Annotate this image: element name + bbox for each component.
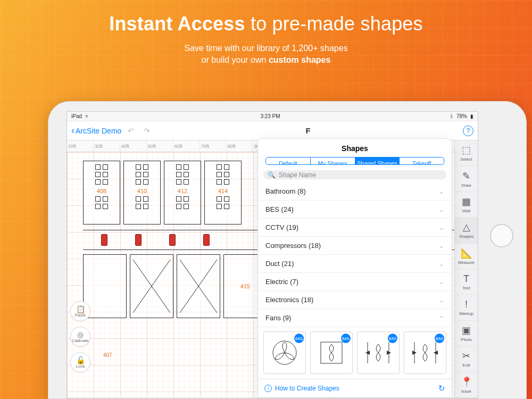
hero-subtitle: Save time with our library of 1,200+ sha…: [0, 43, 532, 65]
room-number: 415: [240, 283, 250, 289]
edit-tool[interactable]: ✂Edit: [455, 346, 478, 372]
hero-title: Instant Access to pre-made shapes: [0, 13, 532, 35]
ruler-tick: 70ft: [200, 140, 227, 152]
bas-badge: BAS: [388, 334, 397, 343]
info-icon: i: [264, 385, 272, 392]
ruler-tick: 80ft: [227, 140, 253, 152]
photo-icon: ▣: [462, 325, 471, 336]
category-label: Electric (7): [265, 278, 298, 286]
tab-takeoff[interactable]: Takeoff: [400, 157, 444, 164]
draw-tool[interactable]: ✎Draw: [455, 166, 478, 192]
ruler-tick: 50ft: [147, 140, 173, 152]
ruler-tick: 60ft: [173, 140, 200, 152]
markup-tool[interactable]: !Markup: [455, 295, 478, 320]
hero-sub-line2b: custom shapes: [269, 55, 330, 64]
shapes-tool[interactable]: △Shapes: [455, 218, 478, 243]
chevron-down-icon: ⌄: [439, 206, 444, 213]
chevron-down-icon: ⌄: [439, 224, 444, 231]
category-row[interactable]: Electronics (18)⌄: [258, 291, 452, 309]
segmented-control[interactable]: DefaultMy ShapesShared ShapesTakeoff: [265, 157, 444, 165]
room-unit: 410: [123, 161, 161, 225]
battery-percent: 78%: [456, 113, 467, 119]
battery-icon: ▮: [470, 113, 473, 119]
shapes-panel: Shapes DefaultMy ShapesShared ShapesTake…: [257, 138, 452, 398]
chevron-down-icon: ⌄: [439, 188, 444, 195]
left-toolbar: 📋Paste◎Calibrate🔓Lock: [70, 301, 90, 372]
category-label: Bathroom (8): [265, 187, 306, 195]
wifi-icon: ᯤ: [85, 113, 90, 119]
ipad-home-button[interactable]: [490, 224, 513, 247]
hero-title-rest: to pre-made shapes: [245, 13, 423, 35]
redo-button[interactable]: ↷: [140, 124, 153, 137]
bas-badge: BAS: [435, 334, 444, 343]
issue-tool[interactable]: 📍Issue: [455, 372, 478, 398]
category-row[interactable]: CCTV (19)⌄: [258, 219, 452, 237]
panel-title: Shapes: [258, 139, 452, 157]
category-row[interactable]: Duct (21)⌄: [258, 255, 452, 273]
extinguisher-icon: [169, 234, 176, 246]
status-bar: iPad ᯤ 3:23 PM ᛒ 78% ▮: [67, 112, 478, 121]
room-unit: 412: [164, 161, 201, 225]
room-unit: 408: [83, 161, 120, 225]
screen: iPad ᯤ 3:23 PM ᛒ 78% ▮ ‹ ArcSite Demo ↶ …: [66, 111, 478, 398]
reload-button[interactable]: ↻: [438, 384, 445, 393]
help-button[interactable]: ?: [463, 126, 473, 136]
tab-shared-shapes[interactable]: Shared Shapes: [355, 157, 400, 164]
category-row[interactable]: BES (24)⌄: [258, 201, 452, 219]
category-label: Electronics (18): [265, 296, 313, 304]
ruler-tick: 20ft: [67, 140, 94, 152]
category-row[interactable]: Bathroom (8)⌄: [258, 182, 452, 201]
calibrate-button[interactable]: ◎Calibrate: [70, 327, 90, 347]
text-tool[interactable]: TText: [455, 269, 478, 295]
category-row[interactable]: Fans (9)⌄: [258, 309, 452, 327]
shape-thumbnail[interactable]: BAS: [310, 331, 353, 374]
lock-button[interactable]: 🔓Lock: [70, 352, 90, 372]
search-placeholder: Shape Name: [279, 171, 316, 179]
tab-my-shapes[interactable]: My Shapes: [311, 157, 355, 164]
tool-label: Lock: [76, 364, 85, 369]
wall-tool[interactable]: ▦Wall: [455, 192, 478, 218]
hero-sub-line2a: or build your own: [202, 55, 269, 64]
hero-title-bold: Instant Access: [109, 13, 245, 35]
ipad-frame: iPad ᯤ 3:23 PM ᛒ 78% ▮ ‹ ArcSite Demo ↶ …: [48, 101, 527, 399]
chevron-down-icon: ⌄: [439, 314, 444, 322]
paste-icon: 📋: [76, 305, 85, 313]
hero-sub-line1: Save time with our library of 1,200+ sha…: [184, 44, 347, 53]
select-tool[interactable]: ⬚Select: [455, 140, 478, 166]
paste-button[interactable]: 📋Paste: [70, 301, 90, 321]
calibrate-icon: ◎: [77, 331, 84, 338]
ruler-tick: 40ft: [120, 140, 147, 152]
shape-thumbnail[interactable]: BAS: [263, 331, 306, 374]
shape-thumbnail[interactable]: BAS: [357, 331, 400, 374]
room-unit: 414: [204, 161, 242, 225]
doc-title: F: [306, 126, 311, 135]
bas-badge: BAS: [341, 334, 351, 343]
chevron-down-icon: ⌄: [439, 296, 444, 304]
tool-label: Draw: [461, 183, 471, 188]
tool-label: Shapes: [459, 234, 473, 239]
room-x: [130, 254, 173, 318]
search-input[interactable]: 🔍 Shape Name: [263, 170, 446, 179]
tab-default[interactable]: Default: [266, 157, 311, 164]
shape-thumbnails: BASBASBASBAS: [258, 327, 452, 379]
tool-label: Measure: [458, 260, 475, 265]
category-row[interactable]: Compressors (18)⌄: [258, 237, 452, 255]
category-label: BES (24): [265, 205, 294, 213]
back-button[interactable]: ‹ ArcSite Demo: [71, 125, 121, 136]
extinguisher-icon: [135, 234, 142, 246]
how-to-link[interactable]: How to Create Shapes: [275, 385, 339, 392]
room-number: 407: [103, 352, 112, 358]
room-x: [177, 254, 220, 318]
photo-tool[interactable]: ▣Photo: [455, 321, 478, 346]
undo-button[interactable]: ↶: [124, 124, 137, 137]
tool-label: Markup: [459, 311, 473, 316]
tool-label: Calibrate: [72, 338, 89, 343]
shape-thumbnail[interactable]: BAS: [404, 331, 446, 374]
bas-badge: BAS: [294, 334, 304, 343]
wall-icon: ▦: [462, 196, 471, 207]
chevron-left-icon: ‹: [71, 125, 74, 136]
measure-tool[interactable]: 📐Measure: [455, 244, 478, 269]
room-number: 408: [97, 188, 106, 194]
chevron-down-icon: ⌄: [439, 278, 444, 286]
category-row[interactable]: Electric (7)⌄: [258, 273, 452, 291]
